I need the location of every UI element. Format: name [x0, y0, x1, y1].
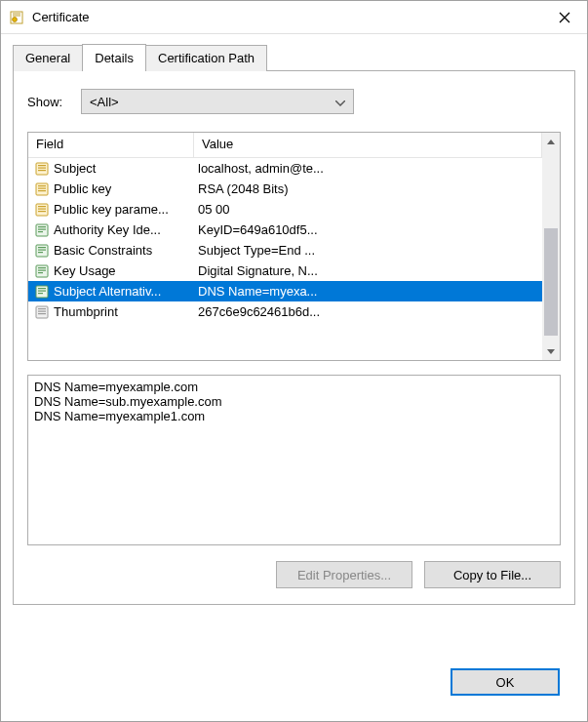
row-value: RSA (2048 Bits)	[198, 181, 536, 196]
row-field: Thumbprint	[54, 304, 198, 319]
svg-rect-21	[38, 231, 43, 232]
dialog-footer: OK	[13, 657, 575, 709]
show-filter-select[interactable]: <All>	[81, 89, 354, 114]
svg-rect-12	[38, 187, 46, 188]
dialog-body: General Details Certification Path Show:…	[1, 34, 587, 721]
svg-rect-31	[38, 288, 46, 289]
svg-rect-7	[38, 165, 46, 166]
svg-rect-6	[36, 163, 48, 175]
row-field: Authority Key Ide...	[54, 222, 198, 237]
svg-rect-11	[38, 185, 46, 186]
close-button[interactable]	[542, 1, 587, 33]
svg-rect-34	[36, 306, 48, 318]
row-field: Public key parame...	[54, 202, 198, 217]
tab-details[interactable]: Details	[82, 44, 146, 71]
svg-rect-16	[38, 208, 46, 209]
list-row[interactable]: Subject Alternativ...DNS Name=myexa...	[28, 281, 542, 301]
svg-rect-3	[13, 15, 20, 16]
show-label: Show:	[27, 95, 81, 109]
properties-list: Field Value Subjectlocalhost, admin@te..…	[27, 132, 561, 361]
svg-rect-22	[36, 245, 48, 257]
svg-rect-14	[36, 204, 48, 216]
svg-rect-15	[38, 206, 46, 207]
column-header-value[interactable]: Value	[194, 133, 542, 157]
svg-rect-29	[38, 272, 43, 273]
svg-rect-2	[13, 13, 20, 14]
close-icon	[559, 12, 570, 23]
ext-icon	[34, 263, 50, 279]
list-row[interactable]: Subjectlocalhost, admin@te...	[28, 158, 542, 179]
scroll-up-icon[interactable]	[542, 133, 560, 150]
property-detail-text[interactable]: DNS Name=myexample.com DNS Name=sub.myex…	[27, 375, 561, 545]
thumb-icon	[34, 304, 50, 320]
svg-rect-10	[36, 183, 48, 195]
row-value: Digital Signature, N...	[198, 263, 536, 278]
chevron-down-icon	[335, 95, 345, 109]
row-value: DNS Name=myexa...	[198, 284, 536, 299]
panel-buttons: Edit Properties... Copy to File...	[27, 561, 561, 588]
row-value: Subject Type=End ...	[198, 243, 536, 258]
svg-rect-24	[38, 249, 46, 250]
prop-icon	[34, 181, 50, 197]
row-value: 05 00	[198, 202, 536, 217]
scroll-thumb[interactable]	[544, 228, 558, 336]
svg-rect-27	[38, 267, 46, 268]
ok-button[interactable]: OK	[451, 668, 560, 696]
list-row[interactable]: Public key parame...05 00	[28, 199, 542, 220]
svg-rect-25	[38, 252, 43, 253]
svg-rect-30	[36, 286, 48, 298]
prop-icon	[34, 202, 50, 218]
svg-rect-9	[38, 170, 46, 171]
svg-rect-17	[38, 211, 46, 212]
list-headers: Field Value	[28, 133, 542, 158]
window-title: Certificate	[32, 10, 542, 24]
svg-rect-20	[38, 228, 46, 229]
show-filter-value: <All>	[90, 95, 119, 109]
scroll-down-icon[interactable]	[542, 342, 560, 360]
svg-rect-23	[38, 247, 46, 248]
svg-rect-28	[38, 269, 46, 270]
ext-icon	[34, 243, 50, 259]
tab-general[interactable]: General	[13, 45, 83, 71]
tabstrip: General Details Certification Path	[13, 44, 575, 71]
svg-rect-35	[38, 308, 46, 309]
ext-icon	[34, 284, 50, 300]
column-header-field[interactable]: Field	[28, 133, 194, 157]
row-value: 267c6e9c62461b6d...	[198, 304, 536, 319]
tab-certification-path[interactable]: Certification Path	[145, 45, 267, 71]
svg-rect-13	[38, 190, 46, 191]
svg-point-1	[13, 17, 18, 21]
ext-icon	[34, 222, 50, 238]
row-field: Subject Alternativ...	[54, 284, 198, 299]
svg-rect-8	[38, 167, 46, 168]
list-row[interactable]: Thumbprint267c6e9c62461b6d...	[28, 301, 542, 322]
svg-rect-37	[38, 313, 46, 314]
details-tab-panel: Show: <All> Field Value Subjectlocalhost…	[13, 70, 575, 605]
show-row: Show: <All>	[27, 89, 561, 114]
row-value: localhost, admin@te...	[198, 161, 536, 176]
list-row[interactable]: Key UsageDigital Signature, N...	[28, 261, 542, 281]
list-row[interactable]: Public keyRSA (2048 Bits)	[28, 179, 542, 199]
svg-rect-26	[36, 265, 48, 277]
list-row[interactable]: Authority Key Ide...KeyID=649a610df5...	[28, 220, 542, 240]
row-value: KeyID=649a610df5...	[198, 222, 536, 237]
certificate-icon	[9, 10, 24, 25]
row-field: Basic Constraints	[54, 243, 198, 258]
prop-icon	[34, 161, 50, 177]
svg-rect-33	[38, 293, 43, 294]
list-row[interactable]: Basic ConstraintsSubject Type=End ...	[28, 240, 542, 261]
copy-to-file-button[interactable]: Copy to File...	[424, 561, 561, 588]
edit-properties-button: Edit Properties...	[276, 561, 412, 588]
svg-rect-19	[38, 226, 46, 227]
scroll-track[interactable]	[542, 150, 560, 342]
row-field: Key Usage	[54, 263, 198, 278]
certificate-dialog: Certificate General Details Certificatio…	[0, 0, 588, 722]
row-field: Public key	[54, 181, 198, 196]
row-field: Subject	[54, 161, 198, 176]
vertical-scrollbar[interactable]	[542, 133, 560, 360]
svg-rect-32	[38, 290, 46, 291]
titlebar: Certificate	[1, 1, 587, 34]
svg-rect-36	[38, 310, 46, 311]
svg-rect-18	[36, 224, 48, 236]
